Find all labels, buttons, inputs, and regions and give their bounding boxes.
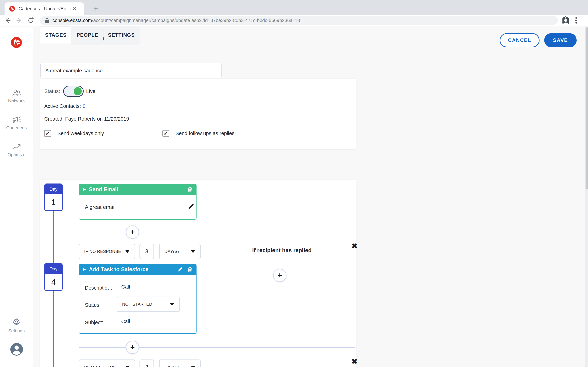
add-task-card: Add Task to Salesforce Descriptio… Call … [79, 264, 197, 334]
scrollbar-thumb[interactable] [586, 27, 588, 189]
caret-down-icon [191, 366, 195, 367]
sidebar-item-label: Settings [0, 328, 33, 334]
check-icon: ✓ [45, 130, 50, 136]
wait-unit-value: DAY(S) [164, 249, 179, 254]
sidebar-item-label: Optimize [0, 152, 33, 158]
cancel-button[interactable]: CANCEL [500, 33, 539, 47]
status-card: Status: Live Active Contacts: 0 Created:… [40, 79, 356, 149]
check-icon: ✓ [164, 130, 168, 136]
browser-toolbar: console.ebsta.com/account/campaignmanage… [0, 15, 588, 26]
task-status-value: NOT STARTED [122, 302, 152, 307]
ebsta-favicon-icon [9, 6, 15, 12]
wait-unit-dropdown[interactable]: DAY(S) [159, 359, 201, 367]
sidebar-item-cadences[interactable]: Cadences [0, 116, 33, 131]
add-task-body: Descriptio… Call Status: NOT STARTED Sub… [79, 275, 197, 334]
screen: Cadences - Update/Edit Caden ✕ + console… [0, 0, 588, 367]
expand-triangle-icon [83, 188, 86, 191]
browser-tab[interactable]: Cadences - Update/Edit Caden ✕ [5, 2, 84, 15]
tab-settings[interactable]: SETTINGS [104, 26, 139, 43]
wait-days-input[interactable]: 3 [139, 359, 154, 367]
cadence-name-input[interactable] [40, 63, 222, 78]
save-button[interactable]: SAVE [544, 33, 577, 47]
url-domain: console.ebsta.com [52, 18, 92, 23]
email-template-name: A great email [85, 204, 115, 210]
send-email-header[interactable]: Send Email [79, 184, 197, 195]
checkbox-row: ✓ Send weekdays only ✓ Send follow ups a… [44, 129, 234, 138]
expand-triangle-icon [83, 268, 86, 271]
send-email-card: Send Email A great email [79, 184, 197, 220]
created-text: Created: Faye Roberts on 11/29/2019 [44, 116, 129, 122]
sidebar-item-network[interactable]: Network [0, 89, 33, 103]
add-step-button[interactable]: + [126, 225, 139, 239]
wait-days-input[interactable]: 3 [139, 244, 154, 259]
subject-value: Call [121, 319, 130, 324]
status-value: Live [86, 88, 95, 94]
subject-label: Subject: [85, 320, 103, 325]
ebsta-logo[interactable] [11, 37, 22, 48]
profile-badge-icon[interactable] [562, 16, 569, 25]
caret-down-icon [191, 250, 195, 253]
toggle-knob [74, 87, 82, 95]
sidebar: Network Cadences Optimize [0, 26, 33, 367]
pencil-icon[interactable] [178, 267, 183, 272]
day-number: 1 [45, 194, 62, 210]
wait-unit-value: DAY(S) [164, 365, 179, 367]
megaphone-icon [12, 116, 21, 123]
remove-branch-icon[interactable]: ✖ [351, 242, 358, 250]
wait-condition-dropdown[interactable]: IF NO RESPONSE [79, 244, 135, 259]
weekdays-checkbox-label: Send weekdays only [57, 131, 104, 136]
sidebar-item-label: Network [0, 98, 33, 103]
page-scrollbar[interactable] [585, 26, 588, 367]
replied-branch-header: If recipient has replied [233, 247, 331, 254]
sidebar-item-label: Cadences [0, 125, 33, 131]
active-contacts-label: Active Contacts: [44, 103, 81, 109]
gear-icon [12, 318, 21, 326]
weekdays-checkbox[interactable]: ✓ [44, 130, 51, 137]
pencil-icon[interactable] [188, 203, 194, 210]
people-icon [12, 89, 21, 96]
wait-condition-dropdown[interactable]: WAIT SET TIME [79, 359, 135, 367]
avatar[interactable] [10, 343, 23, 356]
day-label: Day [45, 184, 62, 194]
tab-people[interactable]: PEOPLE [72, 26, 103, 43]
wait-condition-value: IF NO RESPONSE [84, 249, 121, 254]
sidebar-item-optimize[interactable]: Optimize [0, 143, 33, 158]
status-toggle[interactable] [63, 86, 84, 97]
wait-unit-dropdown[interactable]: DAY(S) [159, 244, 201, 259]
lock-icon [45, 18, 49, 23]
stage-divider-line [79, 232, 355, 232]
url-text: console.ebsta.com/account/campaignmanage… [52, 18, 300, 23]
add-task-header[interactable]: Add Task to Salesforce [79, 264, 197, 275]
trend-up-icon [12, 143, 21, 150]
task-status-label: Status: [85, 302, 101, 308]
tab-stages[interactable]: STAGES [40, 26, 71, 43]
day-4-badge: Day 4 [44, 263, 63, 291]
active-contacts-row: Active Contacts: 0 [44, 102, 86, 110]
description-label: Descriptio… [85, 285, 112, 291]
reload-icon[interactable] [27, 17, 35, 24]
stage-title: Send Email [89, 186, 118, 192]
tab-close-icon[interactable]: ✕ [72, 6, 77, 11]
trash-icon[interactable] [187, 267, 192, 272]
browser-tab-bar: Cadences - Update/Edit Caden ✕ + [0, 0, 588, 15]
send-email-body: A great email [79, 195, 197, 220]
day-1-badge: Day 1 [44, 184, 63, 211]
trash-icon[interactable] [187, 187, 192, 192]
status-label: Status: [44, 88, 60, 94]
new-tab-button[interactable]: + [91, 3, 101, 14]
remove-branch-icon[interactable]: ✖ [351, 358, 358, 365]
forward-icon[interactable] [15, 17, 23, 24]
active-contacts-link[interactable]: 0 [83, 103, 86, 109]
browser-menu-icon[interactable] [575, 16, 577, 25]
task-status-dropdown[interactable]: NOT STARTED [117, 297, 180, 312]
url-bar[interactable]: console.ebsta.com/account/campaignmanage… [40, 16, 558, 25]
sidebar-item-settings[interactable]: Settings [0, 318, 33, 334]
replies-checkbox[interactable]: ✓ [162, 130, 169, 137]
stage-title: Add Task to Salesforce [89, 266, 148, 273]
add-step-button[interactable]: + [126, 341, 139, 354]
tab-title: Cadences - Update/Edit Caden [18, 6, 71, 12]
url-path: /account/campaignmanager/campaigns/updat… [92, 18, 300, 23]
caret-down-icon [125, 250, 130, 253]
add-replied-step-button[interactable]: + [273, 269, 286, 282]
back-icon[interactable] [4, 17, 12, 24]
